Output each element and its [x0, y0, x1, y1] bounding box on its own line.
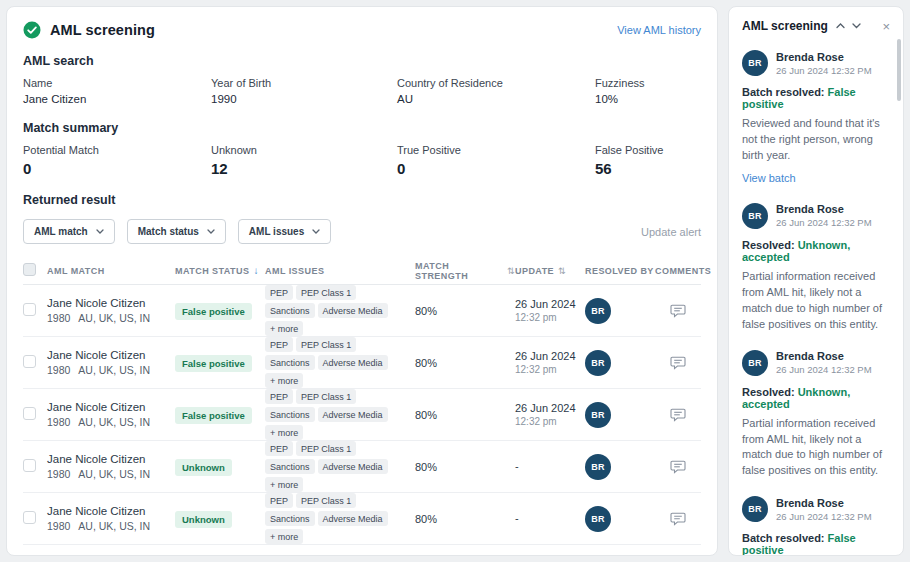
chevron-down-icon [312, 229, 320, 234]
filter-dropdown[interactable]: Match status [127, 219, 226, 244]
table-row[interactable]: Jane Nicole Citizen 1980AU, UK, US, IN U… [23, 493, 701, 545]
table-row[interactable]: Jane Nicole Citizen 1980AU, UK, US, IN F… [23, 389, 701, 441]
field-label: Country of Residence [397, 77, 595, 89]
more-issues-chip[interactable]: + more [265, 529, 303, 544]
status-badge: Unknown [175, 459, 232, 476]
match-name: Jane Nicole Citizen [47, 453, 175, 465]
field-value: 1990 [211, 93, 397, 105]
status-cell: False positive [175, 405, 265, 424]
match-cell: Jane Nicole Citizen 1980AU, UK, US, IN [47, 453, 175, 480]
comment-meta: Brenda Rose 26 Jun 2024 12:32 PM [776, 497, 872, 522]
search-field: Year of Birth 1990 [211, 77, 397, 105]
comment-item: BR Brenda Rose 26 Jun 2024 12:32 PM Reso… [742, 350, 890, 480]
status-cell: Unknown [175, 457, 265, 476]
status-cell: False positive [175, 353, 265, 372]
issue-chip: PEP [265, 493, 293, 508]
sort-icon[interactable]: ⇅ [558, 266, 566, 276]
resolution-label: Batch resolved: [742, 532, 825, 544]
comment-item: BR Brenda Rose 26 Jun 2024 12:32 PM Batc… [742, 50, 890, 186]
match-summary-heading: Match summary [23, 121, 701, 135]
aml-screening-panel: AML screening View AML history AML searc… [6, 6, 718, 556]
comment-icon[interactable] [670, 304, 686, 318]
row-checkbox[interactable] [23, 511, 36, 524]
comment-head: BR Brenda Rose 26 Jun 2024 12:32 PM [742, 350, 890, 376]
field-label: Potential Match [23, 144, 211, 156]
issue-chip: Adverse Media [318, 459, 388, 474]
sort-desc-icon[interactable]: ↓ [253, 265, 258, 276]
summary-field: True Positive 0 [397, 144, 595, 177]
strength-cell: 80% [415, 461, 515, 473]
view-aml-history-link[interactable]: View AML history [617, 24, 701, 36]
row-checkbox[interactable] [23, 303, 36, 316]
update-date: 26 Jun 2024 [515, 298, 585, 310]
comment-icon[interactable] [670, 408, 686, 422]
status-badge: False positive [175, 355, 252, 372]
filter-dropdown[interactable]: AML issues [238, 219, 331, 244]
comment-body: Partial information received from AML hi… [742, 416, 890, 480]
row-checkbox[interactable] [23, 407, 36, 420]
match-countries: AU, UK, US, IN [78, 416, 150, 428]
field-value: 0 [23, 160, 211, 177]
more-issues-chip[interactable]: + more [265, 373, 303, 388]
avatar: BR [742, 203, 768, 229]
field-label: Fuzziness [595, 77, 701, 89]
comments-cell [655, 460, 701, 474]
sort-icon[interactable]: ⇅ [507, 266, 515, 276]
more-issues-chip[interactable]: + more [265, 321, 303, 336]
issue-chip: PEP [265, 441, 293, 456]
comment-icon[interactable] [670, 460, 686, 474]
chevron-up-icon[interactable] [836, 23, 845, 29]
more-issues-chip[interactable]: + more [265, 425, 303, 440]
comment-icon[interactable] [670, 356, 686, 370]
match-details: 1980AU, UK, US, IN [47, 312, 175, 324]
table-row[interactable]: Jane Nicole Citizen 1980AU, UK, US, IN U… [23, 441, 701, 493]
returned-result-heading: Returned result [23, 193, 701, 207]
comment-icon[interactable] [670, 512, 686, 526]
avatar[interactable]: BR [585, 350, 611, 376]
col-update[interactable]: Update⇅ [515, 266, 585, 276]
resolved-by-cell: BR [585, 298, 655, 324]
filter-dropdowns: AML match Match status AML issues [23, 219, 331, 244]
resolved-by-cell: BR [585, 506, 655, 532]
table-row[interactable]: Jane Nicole Citizen 1980AU, UK, US, IN F… [23, 337, 701, 389]
view-batch-link[interactable]: View batch [742, 172, 796, 184]
update-time: 12:32 pm [515, 416, 585, 427]
match-details: 1980AU, UK, US, IN [47, 364, 175, 376]
issue-chip: Adverse Media [318, 355, 388, 370]
avatar[interactable]: BR [585, 298, 611, 324]
sidebar-scrollbar[interactable] [897, 39, 901, 101]
status-badge: Unknown [175, 511, 232, 528]
close-icon[interactable]: × [882, 20, 890, 33]
comments-list: BR Brenda Rose 26 Jun 2024 12:32 PM Batc… [742, 50, 890, 556]
issues-cell: PEP PEP Class 1 Sanctions Adverse Media … [265, 493, 415, 544]
chevron-down-icon [207, 229, 215, 234]
filter-dropdown[interactable]: AML match [23, 219, 115, 244]
search-field: Fuzziness 10% [595, 77, 701, 105]
more-issues-chip[interactable]: + more [265, 477, 303, 492]
comment-resolution: Resolved: Unknown, accepted [742, 239, 890, 263]
row-checkbox[interactable] [23, 459, 36, 472]
select-all-checkbox[interactable] [23, 263, 36, 276]
table-row[interactable]: Jane Nicole Citizen 1980AU, UK, US, IN F… [23, 285, 701, 337]
resolution-label: Resolved: [742, 386, 795, 398]
col-match-strength[interactable]: Match strength⇅ [415, 261, 515, 281]
resolved-by-cell: BR [585, 350, 655, 376]
col-match-status[interactable]: Match status↓ [175, 265, 265, 276]
issue-chip: PEP Class 1 [296, 389, 356, 404]
strength-cell: 80% [415, 305, 515, 317]
avatar[interactable]: BR [585, 506, 611, 532]
chevron-down-icon[interactable] [852, 23, 861, 29]
comment-resolution: Resolved: Unknown, accepted [742, 386, 890, 410]
avatar[interactable]: BR [585, 454, 611, 480]
sidebar-title: AML screening [742, 19, 828, 33]
col-resolved-by: Resolved by [585, 266, 655, 276]
col-comments: Comments [655, 266, 701, 276]
update-cell: - [515, 460, 585, 474]
row-checkbox[interactable] [23, 355, 36, 368]
update-alert-link[interactable]: Update alert [641, 226, 701, 238]
avatar[interactable]: BR [585, 402, 611, 428]
check-circle-icon [23, 21, 41, 39]
comments-cell [655, 512, 701, 526]
issue-chip: PEP [265, 337, 293, 352]
update-time: 12:32 pm [515, 364, 585, 375]
